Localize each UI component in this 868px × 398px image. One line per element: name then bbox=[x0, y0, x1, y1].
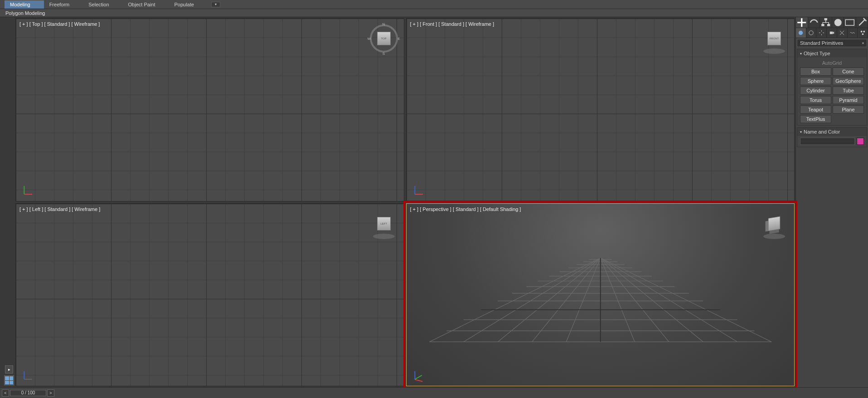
autogrid-checkbox[interactable]: AutoGrid bbox=[800, 59, 864, 67]
svg-line-24 bbox=[600, 258, 771, 341]
ribbon-tab-modeling[interactable]: Modeling bbox=[5, 0, 44, 9]
compass-n: N bbox=[383, 22, 385, 26]
viewport-perspective-grid bbox=[407, 204, 795, 386]
compass-e: E bbox=[398, 37, 400, 41]
play-animation-button[interactable] bbox=[5, 365, 13, 374]
svg-rect-31 bbox=[845, 19, 854, 25]
object-type-header[interactable]: Object Type bbox=[797, 49, 867, 58]
command-panel: Standard Primitives Object Type AutoGrid… bbox=[795, 17, 868, 387]
svg-line-20 bbox=[600, 258, 634, 341]
motion-tab[interactable] bbox=[832, 17, 844, 28]
viewport-top-label[interactable]: [ + ] [ Top ] [ Standard ] [ Wireframe ] bbox=[19, 21, 100, 27]
svg-rect-28 bbox=[821, 24, 824, 26]
cone-button[interactable]: Cone bbox=[833, 67, 864, 76]
name-color-rollout: Name and Color bbox=[797, 127, 867, 147]
svg-line-22 bbox=[600, 258, 703, 341]
viewport-left-grid bbox=[16, 204, 404, 386]
viewcube-top[interactable]: N S E W TOP bbox=[372, 27, 396, 50]
compass-s: S bbox=[383, 52, 385, 56]
viewport-front-label[interactable]: [ + ] [ Front ] [ Standard ] [ Wireframe… bbox=[410, 21, 495, 27]
viewcube-front[interactable]: FRONT bbox=[762, 27, 786, 50]
viewport-layout-button[interactable] bbox=[4, 375, 14, 385]
object-color-swatch[interactable] bbox=[857, 138, 864, 145]
viewport-top[interactable]: [ + ] [ Top ] [ Standard ] [ Wireframe ]… bbox=[15, 18, 404, 201]
svg-point-37 bbox=[862, 33, 863, 35]
viewport-perspective-label[interactable]: [ + ] [ Perspective ] [ Standard ] [ Def… bbox=[410, 206, 521, 212]
viewport-grid: [ + ] [ Top ] [ Standard ] [ Wireframe ]… bbox=[15, 17, 795, 387]
torus-button[interactable]: Torus bbox=[800, 96, 831, 104]
cylinder-button[interactable]: Cylinder bbox=[800, 86, 831, 95]
shapes-category[interactable] bbox=[806, 28, 817, 38]
create-tab[interactable] bbox=[796, 17, 808, 28]
name-color-header[interactable]: Name and Color bbox=[797, 128, 867, 136]
primitive-type-dropdown[interactable]: Standard Primitives bbox=[797, 39, 867, 47]
ribbon-tab-selection[interactable]: Selection bbox=[83, 0, 122, 9]
svg-line-21 bbox=[600, 258, 669, 341]
svg-point-35 bbox=[861, 31, 863, 33]
time-next-button[interactable]: > bbox=[47, 389, 54, 397]
display-tab[interactable] bbox=[844, 17, 856, 28]
viewcube-perspective[interactable] bbox=[762, 212, 786, 235]
viewcube-face[interactable] bbox=[768, 216, 780, 231]
main-area: [ + ] [ Top ] [ Standard ] [ Wireframe ]… bbox=[0, 17, 868, 387]
svg-line-14 bbox=[429, 258, 600, 341]
compass-w: W bbox=[368, 37, 371, 41]
object-type-rollout: Object Type AutoGrid Box Cone Sphere Geo… bbox=[797, 49, 867, 125]
svg-rect-27 bbox=[824, 18, 827, 20]
viewport-left-label[interactable]: [ + ] [ Left ] [ Standard ] [ Wireframe … bbox=[19, 206, 100, 212]
viewcube-face[interactable]: LEFT bbox=[377, 217, 391, 230]
left-viewport-toolbar bbox=[4, 17, 15, 387]
viewport-perspective[interactable]: [ + ] [ Perspective ] [ Standard ] [ Def… bbox=[406, 203, 795, 387]
time-prev-button[interactable]: < bbox=[2, 389, 9, 397]
hierarchy-tab[interactable] bbox=[820, 17, 832, 28]
svg-point-33 bbox=[809, 31, 813, 35]
viewport-top-grid bbox=[16, 19, 404, 201]
object-name-input[interactable] bbox=[800, 138, 855, 145]
svg-point-30 bbox=[834, 19, 841, 26]
svg-line-17 bbox=[532, 258, 600, 341]
svg-line-15 bbox=[463, 258, 600, 341]
modify-tab[interactable] bbox=[808, 17, 820, 28]
textplus-button[interactable]: TextPlus bbox=[800, 115, 831, 123]
sphere-button[interactable]: Sphere bbox=[800, 77, 831, 85]
bottom-bar: < 0 / 100 > bbox=[0, 387, 868, 398]
viewport-front[interactable]: [ + ] [ Front ] [ Standard ] [ Wireframe… bbox=[406, 18, 795, 201]
plane-button[interactable]: Plane bbox=[833, 105, 864, 114]
geosphere-button[interactable]: GeoSphere bbox=[833, 77, 864, 85]
ribbon-tab-freeform[interactable]: Freeform bbox=[44, 0, 83, 9]
axis-gizmo-left bbox=[21, 369, 35, 382]
object-type-buttons: Box Cone Sphere GeoSphere Cylinder Tube … bbox=[800, 67, 864, 123]
sub-ribbon-label[interactable]: Polygon Modeling bbox=[5, 10, 45, 16]
pyramid-button[interactable]: Pyramid bbox=[833, 96, 864, 104]
utilities-tab[interactable] bbox=[856, 17, 868, 28]
sub-ribbon: Polygon Modeling bbox=[0, 9, 868, 17]
time-slider: < 0 / 100 > bbox=[0, 388, 56, 398]
svg-point-36 bbox=[863, 31, 865, 33]
box-button[interactable]: Box bbox=[800, 67, 831, 76]
spacewarps-category[interactable] bbox=[848, 28, 858, 38]
teapot-button[interactable]: Teapot bbox=[800, 105, 831, 114]
viewcube-left[interactable]: LEFT bbox=[372, 212, 396, 235]
viewcube-face[interactable]: FRONT bbox=[767, 32, 781, 45]
left-gutter bbox=[0, 17, 4, 387]
svg-line-16 bbox=[498, 258, 600, 341]
cameras-category[interactable] bbox=[827, 28, 837, 38]
axis-gizmo-perspective bbox=[412, 369, 426, 382]
time-frame-display[interactable]: 0 / 100 bbox=[10, 390, 46, 396]
ribbon-expand-button[interactable] bbox=[211, 2, 220, 7]
ribbon-tabs: Modeling Freeform Selection Object Paint… bbox=[0, 0, 868, 9]
tube-button[interactable]: Tube bbox=[833, 86, 864, 95]
svg-rect-34 bbox=[829, 32, 833, 34]
viewports-wrap: [ + ] [ Top ] [ Standard ] [ Wireframe ]… bbox=[4, 17, 795, 387]
ribbon-tab-objectpaint[interactable]: Object Paint bbox=[123, 0, 169, 9]
ribbon-tab-populate[interactable]: Populate bbox=[169, 0, 207, 9]
geometry-category[interactable] bbox=[796, 28, 806, 38]
viewport-left[interactable]: [ + ] [ Left ] [ Standard ] [ Wireframe … bbox=[15, 203, 404, 387]
axis-gizmo-front bbox=[412, 184, 426, 197]
create-category-tabs bbox=[796, 28, 868, 38]
svg-point-32 bbox=[799, 31, 803, 35]
svg-rect-29 bbox=[827, 24, 830, 26]
helpers-category[interactable] bbox=[837, 28, 848, 38]
systems-category[interactable] bbox=[858, 28, 868, 38]
lights-category[interactable] bbox=[816, 28, 827, 38]
